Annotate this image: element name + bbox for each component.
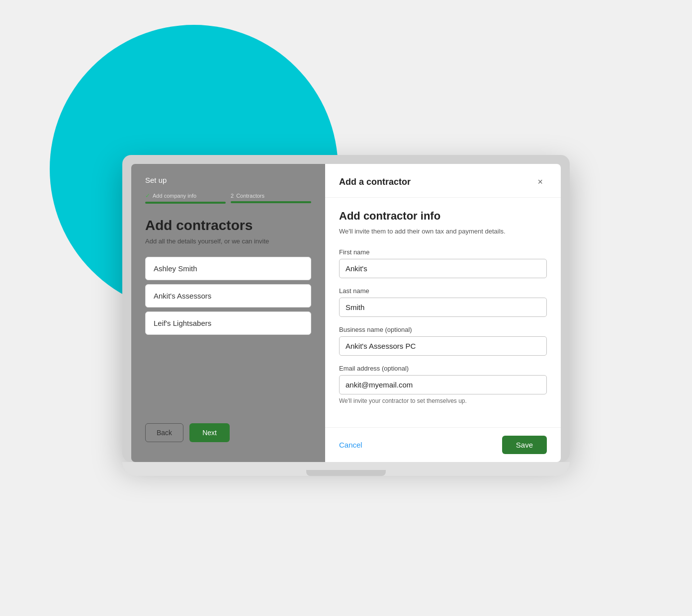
close-button[interactable]: × xyxy=(533,175,547,189)
contractor-item-3[interactable]: Leif's Lightsabers xyxy=(145,311,311,335)
contractor-item-2[interactable]: Ankit's Assessors xyxy=(145,284,311,308)
modal-section-title: Add contractor info xyxy=(339,210,547,223)
progress-bar-row: ✓ Add company info 2 Contractors xyxy=(145,192,311,204)
last-name-group: Last name xyxy=(339,287,547,317)
back-button[interactable]: Back xyxy=(145,423,183,442)
first-name-label: First name xyxy=(339,248,547,256)
business-name-input[interactable] xyxy=(339,336,547,356)
laptop-base xyxy=(122,462,570,476)
first-name-group: First name xyxy=(339,248,547,278)
modal-panel: Add a contractor × Add contractor info W… xyxy=(325,164,561,462)
first-name-input[interactable] xyxy=(339,259,547,278)
progress-bar-2 xyxy=(231,201,311,203)
laptop-wrapper: Set up ✓ Add company info 2 Contractors xyxy=(122,155,570,476)
last-name-label: Last name xyxy=(339,287,547,295)
progress-step-1: ✓ Add company info xyxy=(145,192,226,204)
cancel-button[interactable]: Cancel xyxy=(339,437,362,453)
progress-bar-1 xyxy=(145,202,226,204)
setup-buttons: Back Next xyxy=(145,423,230,442)
progress-step-2: 2 Contractors xyxy=(231,193,311,203)
check-icon: ✓ xyxy=(145,192,150,199)
modal-body: Add contractor info We'll invite them to… xyxy=(325,198,561,427)
save-button[interactable]: Save xyxy=(502,436,547,454)
laptop-screen-outer: Set up ✓ Add company info 2 Contractors xyxy=(122,155,570,462)
business-name-label: Business name (optional) xyxy=(339,326,547,333)
setup-header: Set up xyxy=(145,176,311,184)
setup-title: Add contractors xyxy=(145,218,311,233)
email-group: Email address (optional) We'll invite yo… xyxy=(339,365,547,404)
modal-header: Add a contractor × xyxy=(325,164,561,198)
contractor-list: Ashley Smith Ankit's Assessors Leif's Li… xyxy=(145,257,311,335)
modal-section-desc: We'll invite them to add their own tax a… xyxy=(339,227,547,236)
email-label: Email address (optional) xyxy=(339,365,547,372)
setup-panel: Set up ✓ Add company info 2 Contractors xyxy=(131,164,325,462)
progress-step-1-label: ✓ Add company info xyxy=(145,192,196,199)
email-input[interactable] xyxy=(339,375,547,394)
modal-footer: Cancel Save xyxy=(325,427,561,462)
email-hint: We'll invite your contractor to set them… xyxy=(339,397,547,404)
contractor-item-1[interactable]: Ashley Smith xyxy=(145,257,311,280)
last-name-input[interactable] xyxy=(339,298,547,317)
progress-step-2-label: 2 Contractors xyxy=(231,193,264,199)
next-button[interactable]: Next xyxy=(189,423,230,442)
business-name-group: Business name (optional) xyxy=(339,326,547,356)
laptop-screen-inner: Set up ✓ Add company info 2 Contractors xyxy=(131,164,561,462)
modal-title: Add a contractor xyxy=(339,177,411,187)
setup-subtitle: Add all the details yourself, or we can … xyxy=(145,237,311,245)
